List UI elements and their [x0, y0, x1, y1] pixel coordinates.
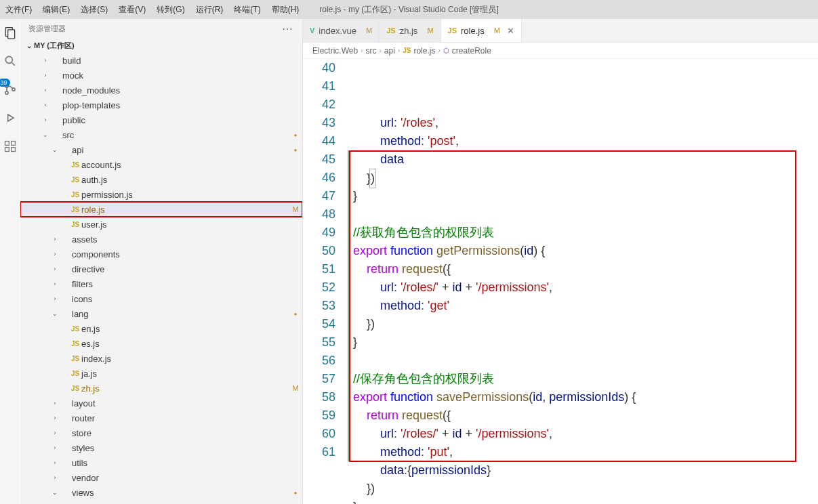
- folder-styles[interactable]: ›styles: [20, 440, 302, 455]
- line-number: 54: [303, 315, 335, 333]
- menu-item[interactable]: 选择(S): [75, 4, 113, 16]
- folder-assets[interactable]: ›assets: [20, 232, 302, 247]
- line-number: 46: [303, 169, 335, 187]
- menu-item[interactable]: 查看(V): [113, 4, 151, 16]
- scm-icon[interactable]: 39: [2, 81, 18, 98]
- js-file-icon: JS: [69, 191, 81, 198]
- folder-views[interactable]: ⌄views●: [20, 485, 302, 500]
- tree-label: node_modules: [62, 85, 289, 96]
- breadcrumb-item[interactable]: src: [365, 46, 376, 56]
- breadcrumb-item[interactable]: createRole: [452, 46, 491, 56]
- breadcrumb-item[interactable]: api: [384, 46, 395, 56]
- code-content[interactable]: url: '/roles', method: 'post', data })}/…: [350, 59, 818, 504]
- menu-item[interactable]: 编辑(E): [37, 4, 75, 16]
- chevron-right-icon: ›: [41, 57, 50, 64]
- menu-item[interactable]: 帮助(H): [266, 4, 305, 16]
- file-es.js[interactable]: JSes.js: [20, 336, 302, 351]
- file-en.js[interactable]: JSen.js: [20, 321, 302, 336]
- breadcrumbs[interactable]: Electric.Web›src›api›JSrole.js›⬡createRo…: [303, 43, 818, 59]
- tab-role.js[interactable]: JSrole.jsM✕: [441, 19, 522, 42]
- chevron-right-icon: ›: [50, 280, 60, 287]
- js-file-icon: JS: [69, 221, 81, 228]
- scm-badge: 39: [0, 79, 10, 87]
- menu-item[interactable]: 文件(F): [0, 4, 37, 16]
- chevron-right-icon: ›: [50, 266, 60, 272]
- tree-label: router: [72, 413, 289, 423]
- js-file-icon: JS: [69, 340, 81, 348]
- window-title: role.js - my (工作区) - Visual Studio Code …: [319, 4, 499, 16]
- code-editor[interactable]: 4041424344454647484950515253545556575859…: [303, 59, 818, 504]
- js-file-icon: JS: [386, 26, 395, 35]
- file-user.js[interactable]: JSuser.js: [20, 217, 302, 232]
- file-role.js[interactable]: JSrole.jsM: [20, 202, 302, 217]
- search-icon[interactable]: [2, 53, 18, 69]
- folder-router[interactable]: ›router: [20, 411, 302, 425]
- tree-label: filters: [72, 279, 289, 289]
- tab-index.vue[interactable]: Vindex.vueM: [303, 19, 380, 42]
- vue-file-icon: V: [310, 26, 314, 35]
- sidebar-more-icon[interactable]: ⋯: [282, 22, 294, 35]
- menu-item[interactable]: 运行(R): [190, 4, 229, 16]
- folder-components[interactable]: ›components: [20, 247, 302, 261]
- file-permission.js[interactable]: JSpermission.js: [20, 187, 302, 202]
- folder-build[interactable]: ›build: [20, 53, 302, 68]
- tree-label: src: [62, 130, 289, 140]
- menu-item[interactable]: 终端(T): [228, 4, 266, 16]
- breadcrumb-item[interactable]: role.js: [413, 46, 435, 56]
- git-status: ●: [289, 490, 302, 496]
- tree-label: vendor: [72, 473, 289, 483]
- folder-node_modules[interactable]: ›node_modules: [20, 83, 302, 98]
- line-number: 48: [303, 205, 335, 224]
- file-account.js[interactable]: JSaccount.js: [20, 157, 302, 172]
- tab-label: index.vue: [319, 26, 356, 36]
- extensions-icon[interactable]: [2, 138, 18, 154]
- git-status: ●: [289, 132, 302, 138]
- chevron-down-icon: ⌄: [50, 489, 60, 496]
- folder-utils[interactable]: ›utils: [20, 455, 302, 470]
- folder-plop-templates[interactable]: ›plop-templates: [20, 98, 302, 112]
- folder-store[interactable]: ›store: [20, 425, 302, 440]
- svg-point-6: [12, 88, 14, 91]
- folder-vendor[interactable]: ›vendor: [20, 470, 302, 485]
- file-ja.js[interactable]: JSja.js: [20, 366, 302, 381]
- folder-filters[interactable]: ›filters: [20, 276, 302, 291]
- breadcrumb-item[interactable]: Electric.Web: [312, 46, 358, 56]
- folder-src[interactable]: ⌄src●: [20, 127, 302, 142]
- code-line[interactable]: data:{permissionIds}: [353, 461, 818, 480]
- debug-icon[interactable]: [2, 110, 18, 126]
- code-line[interactable]: url: '/roles',: [353, 114, 818, 132]
- menu-item[interactable]: 转到(G): [151, 4, 190, 16]
- js-file-icon: JS: [69, 355, 81, 362]
- explorer-icon[interactable]: [2, 24, 18, 41]
- workspace-label: MY (工作区): [34, 41, 75, 51]
- folder-layout[interactable]: ›layout: [20, 396, 302, 411]
- folder-public[interactable]: ›public: [20, 112, 302, 127]
- file-auth.js[interactable]: JSauth.js: [20, 172, 302, 187]
- file-index.js[interactable]: JSindex.js: [20, 351, 302, 366]
- js-file-icon: JS: [69, 176, 81, 184]
- code-line[interactable]: }: [353, 498, 818, 504]
- tab-zh.js[interactable]: JSzh.jsM: [380, 19, 441, 42]
- close-icon[interactable]: ✕: [507, 26, 514, 36]
- tree-label: user.js: [81, 219, 289, 230]
- chevron-down-icon: ⌄: [50, 146, 60, 153]
- file-zh.js[interactable]: JSzh.jsM: [20, 381, 302, 396]
- code-line[interactable]: method: 'post',: [353, 132, 818, 150]
- sidebar-title: 资源管理器: [28, 24, 66, 34]
- chevron-right-icon: ›: [398, 47, 400, 54]
- folder-directive[interactable]: ›directive: [20, 261, 302, 276]
- tree-label: views: [72, 488, 289, 498]
- tree-label: permission.js: [81, 190, 289, 200]
- tree-label: assets: [72, 234, 289, 245]
- chevron-right-icon: ›: [41, 72, 50, 79]
- js-file-icon: JS: [69, 206, 81, 213]
- tree-label: auth.js: [81, 175, 289, 185]
- line-number: 40: [303, 59, 335, 77]
- folder-icons[interactable]: ›icons: [20, 291, 302, 306]
- folder-mock[interactable]: ›mock: [20, 68, 302, 83]
- tree-label: lang: [72, 309, 289, 319]
- workspace-header[interactable]: ⌄ MY (工作区): [20, 38, 302, 53]
- folder-lang[interactable]: ⌄lang●: [20, 306, 302, 321]
- folder-api[interactable]: ⌄api●: [20, 142, 302, 157]
- code-line[interactable]: }): [353, 480, 818, 498]
